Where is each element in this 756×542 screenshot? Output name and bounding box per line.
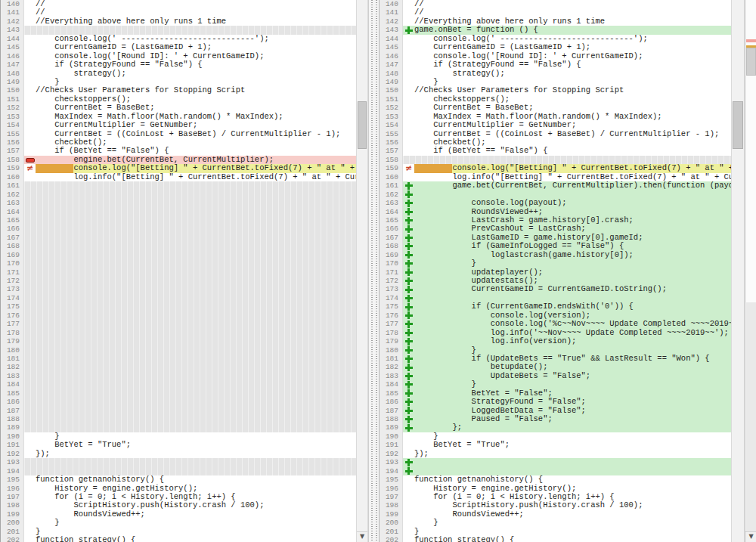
right-scrollbar-thumb[interactable]	[733, 101, 743, 149]
right-code-pane[interactable]: 140//141//142//Everything above here onl…	[379, 0, 731, 542]
code-text-content: function getnanohistory() {	[414, 475, 543, 484]
code-text	[36, 407, 356, 415]
plus-icon	[405, 389, 413, 397]
code-text	[36, 458, 356, 466]
arrow-down-icon: ▼	[360, 533, 364, 540]
code-text: History = engine.getHistory();	[414, 485, 731, 493]
line-body	[24, 26, 356, 34]
code-text-content: }	[36, 78, 60, 86]
code-text: }	[414, 259, 731, 268]
diff-icon-gutter	[403, 389, 414, 398]
code-text-content: }	[36, 528, 40, 536]
left-scroll-down-button[interactable]: ▼	[357, 531, 367, 542]
diff-icon-gutter	[24, 337, 36, 345]
plus-icon	[405, 338, 413, 345]
line-number: 193	[1, 458, 24, 466]
code-line: 186 StrategyFound = "False";	[380, 398, 731, 406]
code-text-content: updatestats();	[414, 277, 538, 285]
code-text: console.log(version);	[414, 311, 731, 320]
code-line: 174	[380, 294, 731, 302]
line-body	[24, 190, 356, 199]
code-line: 159≠ console.log("[Betting] " + CurrentB…	[380, 164, 731, 172]
code-line: 173	[1, 285, 356, 293]
code-text: for (i = 0; i < History.length; i++) {	[414, 493, 731, 501]
diff-icon-gutter	[403, 311, 414, 320]
plus-icon	[405, 295, 413, 302]
code-text	[36, 190, 356, 199]
left-code-pane[interactable]: 140//141//142//Everything above here onl…	[1, 0, 356, 542]
line-number: 162	[1, 190, 24, 199]
diff-icon-gutter	[403, 52, 414, 60]
line-number: 185	[1, 389, 24, 398]
line-number: 164	[380, 208, 403, 216]
code-text: };	[414, 423, 731, 432]
line-number: 153	[1, 113, 24, 121]
line-body: LastGameID = game.history[0].gameId;	[403, 234, 731, 242]
line-body: RoundsViewed++;	[403, 208, 731, 216]
nav-viewport-indicator[interactable]	[746, 48, 756, 76]
line-number: 144	[1, 35, 24, 43]
code-text: LastCrash = game.history[0].crash;	[414, 216, 731, 225]
line-body	[24, 415, 356, 423]
line-body	[24, 329, 356, 337]
code-line: 153 MaxIndex = Math.floor(Math.random() …	[380, 113, 731, 121]
code-line: 171	[1, 268, 356, 277]
line-body	[24, 242, 356, 250]
diff-icon-gutter	[24, 234, 36, 242]
line-number: 169	[380, 251, 403, 259]
code-line: 178	[1, 329, 356, 337]
code-line: 191 BetYet = "True";	[1, 441, 356, 449]
line-body: RoundsViewed++;	[403, 510, 731, 519]
line-body: MaxIndex = Math.floor(Math.random() * Ma…	[24, 113, 356, 121]
diff-icon-gutter	[403, 216, 414, 225]
diff-icon-gutter	[24, 95, 36, 104]
code-line: 156 checkbet();	[380, 138, 731, 147]
line-number: 179	[1, 337, 24, 345]
code-text-content: }	[36, 519, 60, 527]
code-line: 154 CurrentMultiplier = GetNumber;	[1, 121, 356, 129]
code-text-content: if (StrategyFound == "False") {	[414, 60, 581, 69]
code-text: }	[36, 78, 356, 86]
code-text-content: log.info("[Betting] " + CurrentBet.toFix…	[36, 173, 356, 181]
code-text: if (StrategyFound == "False") {	[414, 60, 731, 69]
line-number: 149	[380, 78, 403, 86]
code-line: 155 CurrentBet = ((CoinLost + BaseBet) /…	[380, 130, 731, 138]
diff-icon-gutter	[24, 138, 36, 147]
right-vertical-scrollbar[interactable]	[731, 0, 745, 542]
code-text: Paused = "False";	[414, 415, 731, 423]
line-body	[24, 346, 356, 355]
diff-icon-gutter	[403, 519, 414, 527]
line-number: 193	[380, 458, 403, 466]
left-vertical-scrollbar[interactable]: ▼	[356, 0, 368, 542]
plus-icon	[405, 225, 413, 233]
line-body: });	[24, 450, 356, 458]
diff-icon-gutter	[24, 216, 36, 225]
code-line: 158 engine.bet(CurrentBet, CurrentMultip…	[1, 156, 356, 164]
nav-scroll-down-button[interactable]: ▼	[745, 531, 756, 542]
diff-overview-navigation-bar[interactable]: ▼	[745, 0, 756, 542]
code-text: CurrentBet = ((CoinLost + BaseBet) / Cur…	[36, 130, 356, 138]
plus-icon	[405, 424, 413, 432]
code-text	[36, 302, 356, 311]
line-number: 195	[380, 475, 403, 484]
line-body: function strategy() {	[403, 536, 731, 542]
code-text-content: MaxIndex = Math.floor(Math.random() * Ma…	[414, 113, 662, 121]
plus-icon	[405, 467, 413, 475]
code-text-content: if (GameInfoLogged == "False") {	[414, 242, 624, 250]
code-text-content: CurrentGameID = CurrentGameID.toString()…	[414, 285, 667, 293]
code-text: updatestats();	[414, 277, 731, 285]
diff-icon-gutter	[24, 43, 36, 51]
nav-removed-mark[interactable]	[746, 39, 756, 42]
code-text: RoundsViewed++;	[414, 510, 731, 519]
plus-icon	[405, 364, 413, 371]
line-body: console.log('[Round ID]: ' + CurrentGame…	[24, 52, 356, 60]
line-number: 160	[1, 173, 24, 181]
code-text	[36, 181, 356, 190]
pane-splitter[interactable]	[368, 0, 379, 542]
code-line: 195function getnanohistory() {	[1, 475, 356, 484]
code-text-content: });	[36, 450, 50, 458]
left-scrollbar-thumb[interactable]	[358, 101, 367, 149]
code-line: 150//Checks User Parameters for Stopping…	[1, 86, 356, 94]
code-text-content: StrategyFound = "False";	[414, 398, 586, 406]
diff-icon-gutter	[403, 225, 414, 233]
